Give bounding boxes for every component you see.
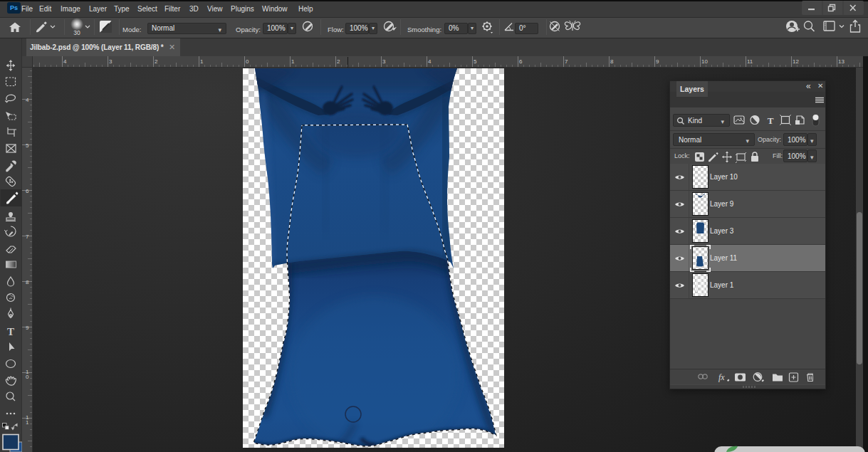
svg-text:fx: fx [718,372,725,382]
svg-text:30: 30 [73,29,80,36]
svg-text:T: T [7,326,14,337]
svg-text:T: T [768,115,774,126]
